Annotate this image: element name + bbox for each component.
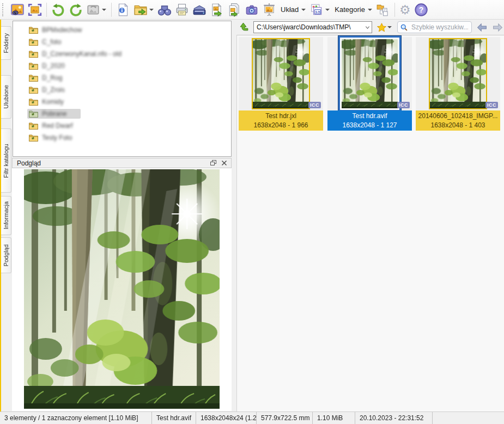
folder-icon xyxy=(29,38,38,46)
copy-to-folder-button[interactable] xyxy=(132,2,156,18)
view-button[interactable] xyxy=(9,2,26,18)
thumbnail-caption: Test hdr.jxl 1638x2048 - 1 966 xyxy=(239,110,323,131)
folder-name: D_CzerwonyKanal.nfo - old xyxy=(42,50,122,58)
folder-tree-item[interactable]: Red Dwarf xyxy=(13,120,231,132)
rotate-right-button[interactable] xyxy=(67,2,84,18)
help-icon: ? xyxy=(414,3,428,17)
toolbar-drag-handle[interactable] xyxy=(2,3,5,16)
float-panel-icon xyxy=(210,160,216,166)
sidebar-tab-podglad[interactable]: Podgląd xyxy=(1,237,11,273)
folder-name: Red Dwarf xyxy=(42,122,73,130)
sidebar-tab-ulubione[interactable]: Ulubione xyxy=(1,75,11,119)
chevron-down-icon xyxy=(149,9,154,13)
toolbar-separator xyxy=(111,3,112,17)
layout-menu-button[interactable]: Układ xyxy=(278,4,308,15)
thumbnail-info: 1638x2048 - 1 966 xyxy=(239,121,323,130)
thumbnail-filename: Test hdr.jxl xyxy=(239,112,323,121)
float-panel-button[interactable] xyxy=(209,159,217,167)
thumbnail-caption: 20140606_102418_IMGP... 1638x2048 - 1 40… xyxy=(416,110,500,131)
status-datetime: 20.10.2023 - 22:31:52 xyxy=(355,412,433,424)
print-button[interactable] xyxy=(173,2,191,18)
thumbnail-info: 1638x2048 - 1 127 xyxy=(327,121,412,130)
status-selection-count: 3 elementy / 1 zaznaczony element [1.10 … xyxy=(0,412,152,424)
rotate-left-button[interactable] xyxy=(50,2,67,18)
layout-menu-label: Układ xyxy=(280,5,300,14)
folder-tree-item[interactable]: Komidy xyxy=(13,96,231,108)
preview-panel-header: Podgląd xyxy=(12,158,232,168)
scan-button[interactable] xyxy=(191,2,208,18)
rotate-custom-button[interactable] xyxy=(84,2,108,18)
rotate-custom-icon xyxy=(86,3,100,17)
up-folder-button[interactable] xyxy=(238,21,251,34)
folder-tree-item[interactable]: D_2020 xyxy=(13,60,231,72)
thumbnail-item[interactable]: ICC 20140606_102418_IMGP... 1638x2048 - … xyxy=(416,37,500,131)
folder-tree-item[interactable]: BPMxdechow xyxy=(13,24,231,36)
address-bar xyxy=(236,20,504,35)
folder-name: Testy Foto xyxy=(42,134,72,142)
sidebar-tab-informacja[interactable]: Informacja xyxy=(1,196,11,235)
batch-convert-button[interactable] xyxy=(226,2,243,18)
thumbnail-size-button[interactable]: 1-5 xyxy=(308,2,332,18)
folder-tree-item[interactable]: Testy Foto xyxy=(13,132,231,144)
forward-button[interactable] xyxy=(491,21,504,34)
quick-search-input[interactable] xyxy=(410,23,469,32)
copy-to-folder-icon xyxy=(133,3,148,17)
slideshow-icon xyxy=(262,3,276,17)
find-button[interactable] xyxy=(156,2,173,18)
folder-tree-item[interactable]: Pobrane xyxy=(13,108,231,120)
find-icon xyxy=(157,3,172,17)
folder-tree-item[interactable]: D_Zrois xyxy=(13,84,231,96)
forward-arrow-icon xyxy=(492,22,503,33)
info-icon xyxy=(116,3,130,17)
thumbnail-size-icon: 1-5 xyxy=(309,3,324,17)
chevron-down-icon xyxy=(368,9,372,13)
path-input[interactable] xyxy=(253,21,372,33)
slideshow-button[interactable] xyxy=(260,2,278,18)
capture-button[interactable] xyxy=(243,2,260,18)
settings-button[interactable]: ⚙ xyxy=(398,2,412,18)
back-arrow-icon xyxy=(476,22,488,33)
folder-name: D_2020 xyxy=(42,62,65,70)
thumbnail-item-selected[interactable]: ICC Test hdr.avif 1638x2048 - 1 127 xyxy=(327,37,412,131)
thumbnail-info: 1638x2048 - 1 403 xyxy=(416,121,500,130)
favorites-button[interactable] xyxy=(377,22,392,33)
preview-image xyxy=(24,169,220,409)
assign-category-button[interactable] xyxy=(374,2,392,18)
up-arrow-icon xyxy=(239,22,250,33)
folder-tree-item[interactable]: C_foto xyxy=(13,36,231,48)
folder-icon xyxy=(29,62,38,70)
folder-icon xyxy=(29,98,38,106)
thumbnail-image xyxy=(253,39,309,108)
assign-category-icon xyxy=(376,3,390,17)
folder-icon xyxy=(29,86,38,94)
status-filename: Test hdr.avif xyxy=(152,412,196,424)
close-panel-button[interactable] xyxy=(220,159,228,167)
fullscreen-icon xyxy=(28,3,42,17)
fullscreen-button[interactable] xyxy=(26,2,44,18)
folder-icon xyxy=(29,74,38,82)
rotate-left-icon xyxy=(51,3,65,17)
chevron-down-icon xyxy=(102,9,106,13)
thumbnail-item[interactable]: ICC Test hdr.jxl 1638x2048 - 1 966 xyxy=(239,37,323,131)
info-button[interactable] xyxy=(114,2,132,18)
sidebar-tabstrip: Foldery Ulubione Filtr katalogu Informac… xyxy=(0,20,12,411)
view-icon xyxy=(10,3,25,17)
close-icon xyxy=(221,160,227,166)
convert-button[interactable] xyxy=(208,2,226,18)
folder-tree-item[interactable]: D_Rog xyxy=(13,72,231,84)
path-combobox xyxy=(253,21,372,33)
help-button[interactable]: ? xyxy=(412,2,430,18)
status-filesize: 1.10 MiB xyxy=(313,412,355,424)
back-button[interactable] xyxy=(475,21,488,34)
batch-convert-icon xyxy=(227,3,241,17)
folder-icon xyxy=(29,122,38,130)
svg-text:?: ? xyxy=(418,5,423,14)
sidebar-tab-foldery[interactable]: Foldery xyxy=(1,26,11,60)
thumb-size-badge: 1-5 xyxy=(315,10,320,13)
quick-search-box xyxy=(397,21,472,33)
categories-menu-button[interactable]: Kategorie xyxy=(332,4,374,15)
toolbar-separator xyxy=(394,3,395,17)
folder-icon xyxy=(29,110,38,118)
sidebar-tab-filtr-katalogu[interactable]: Filtr katalogu xyxy=(1,128,11,193)
folder-tree-item[interactable]: D_CzerwonyKanal.nfo - old xyxy=(13,48,231,60)
